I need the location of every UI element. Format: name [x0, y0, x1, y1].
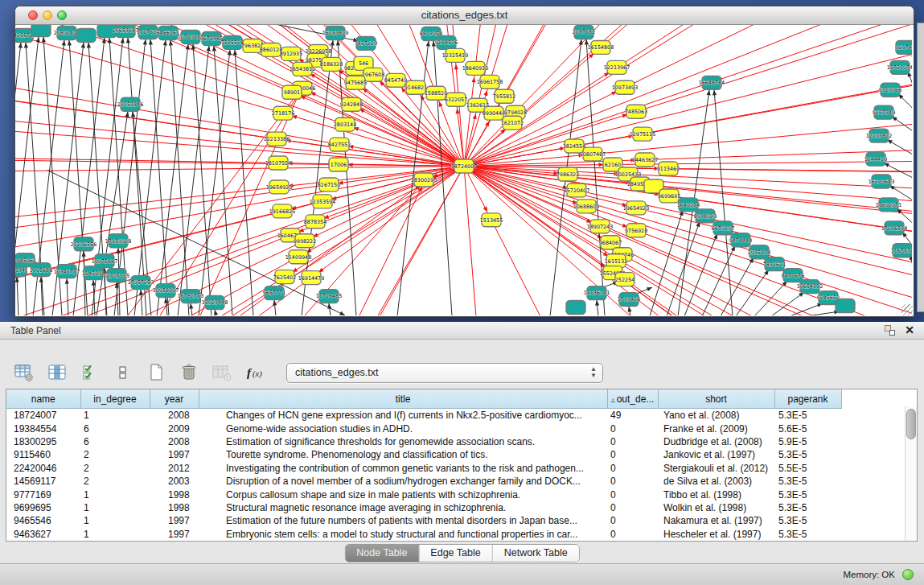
graph-node[interactable]: 9474444 [729, 233, 752, 247]
column-header-in-degree[interactable]: in_degree [80, 389, 150, 409]
graph-node[interactable]: 15692971 [876, 198, 901, 212]
graph-node[interactable] [31, 25, 51, 36]
graph-node[interactable]: 18107554 [265, 156, 291, 170]
graph-node[interactable]: 15720407 [564, 183, 589, 197]
graph-node[interactable]: 9657771 [263, 286, 285, 300]
graph-node[interactable]: 7857223 [355, 36, 377, 50]
graph-node[interactable]: 19166825 [269, 204, 295, 218]
graph-node[interactable]: 1244419 [864, 152, 887, 166]
graph-node[interactable]: 19654923 [623, 201, 649, 215]
graph-node[interactable]: 15751074 [887, 60, 912, 74]
graph-node[interactable]: 9218506 [435, 35, 458, 49]
graph-node[interactable]: 10654112 [797, 280, 823, 294]
window-resize-grip[interactable] [901, 304, 913, 315]
graph-node[interactable]: 9671385 [200, 31, 223, 45]
float-window-icon[interactable] [885, 325, 895, 336]
table-row[interactable]: 969969511998Structural magnetic resonanc… [6, 501, 906, 514]
graph-node[interactable]: 1733426 [618, 293, 640, 307]
graph-node[interactable]: 12342757 [54, 265, 80, 278]
vertical-scrollbar[interactable] [905, 406, 917, 541]
network-window[interactable]: citations_edges.txt 14055724208914061065… [14, 6, 914, 317]
close-panel-icon[interactable]: ✕ [905, 323, 914, 336]
graph-node[interactable]: 7955812 [493, 89, 515, 103]
table-row[interactable]: 1830029562008Estimation of significance … [6, 435, 906, 448]
graph-node[interactable]: 15718485 [316, 290, 342, 303]
table-row[interactable]: 946554611997Estimation of the future num… [6, 514, 906, 527]
graph-node[interactable] [836, 299, 855, 313]
graph-node[interactable]: 16782753 [178, 290, 203, 303]
graph-node[interactable]: 10975887 [92, 254, 117, 268]
graph-node[interactable]: 16210643 [869, 175, 894, 188]
column-header-out-de-[interactable]: ▵out_de... [607, 389, 658, 409]
table-row[interactable]: 2242004622012Investigating the contribut… [6, 462, 906, 475]
graph-node[interactable]: 9227349 [873, 105, 895, 119]
graph-node[interactable]: 8938923 [694, 209, 717, 223]
graph-node[interactable]: 18300295 [411, 173, 437, 187]
select-columns-icon[interactable] [77, 360, 103, 385]
graph-node[interactable]: 39134 [15, 263, 27, 277]
graph-node[interactable]: 12093822 [866, 129, 892, 142]
graph-node[interactable]: 10688609 [573, 200, 599, 213]
graph-node[interactable]: 7986322 [556, 167, 579, 181]
graph-node[interactable]: 11923448 [202, 296, 228, 310]
graph-node[interactable]: 11409948 [285, 250, 311, 264]
graph-node[interactable]: 16961758 [477, 75, 503, 89]
graph-node[interactable]: 9329966 [879, 83, 901, 97]
column-header-title[interactable]: title [199, 389, 607, 409]
graph-node[interactable]: 8427552 [328, 138, 351, 151]
graph-node[interactable]: 8878354 [304, 215, 326, 229]
graph-node[interactable] [76, 28, 96, 42]
table-options-icon[interactable] [11, 360, 37, 385]
graph-node[interactable]: 9998222 [294, 234, 316, 248]
network-graph[interactable]: 1405572420891406106532871527602646616110… [15, 25, 912, 315]
graph-node[interactable]: 15136141 [584, 286, 610, 300]
graph-node[interactable]: 7832621 [763, 257, 786, 271]
table-row[interactable]: 911546021997Tourette syndrome. Phenomeno… [6, 448, 906, 461]
graph-node[interactable]: 9242848 [340, 97, 363, 111]
column-header-short[interactable]: short [658, 389, 774, 409]
graph-node[interactable]: 12505125 [104, 269, 129, 282]
graph-node[interactable]: 121745 [896, 40, 912, 54]
graph-node[interactable]: 6322057 [445, 93, 467, 106]
graph-node[interactable]: 10807487 [580, 147, 606, 161]
graph-node[interactable]: 17957253 [128, 276, 154, 290]
column-header-pagerank[interactable]: pagerank [774, 389, 841, 409]
function-fx-icon[interactable]: f(x) [242, 360, 268, 385]
column-header-name[interactable]: name [6, 389, 80, 409]
graph-node[interactable]: 1640954 [677, 198, 700, 212]
graph-node[interactable]: 16648784 [699, 76, 725, 89]
table-row[interactable]: 1938455462009Genome-wide association stu… [6, 422, 906, 435]
graph-node[interactable]: 12975115 [630, 127, 655, 141]
graph-node[interactable]: 8912935 [280, 47, 302, 60]
graph-node[interactable]: 12353594 [310, 195, 335, 208]
graph-node[interactable]: 9115460 [657, 162, 680, 175]
column-header-year[interactable]: year [150, 389, 199, 409]
graph-node[interactable]: 8267150 [318, 178, 340, 192]
graph-node[interactable]: 10973493 [612, 80, 638, 94]
new-table-icon[interactable] [143, 360, 169, 385]
graph-node[interactable]: 8471676 [782, 269, 804, 282]
graph-node[interactable]: 2803144 [334, 117, 356, 131]
graph-node[interactable]: 17016534 [881, 221, 907, 235]
table-select-dropdown[interactable]: citations_edges.txt ▲▼ [286, 363, 603, 383]
scrollbar-thumb[interactable] [906, 409, 916, 439]
graph-node[interactable]: 19654925 [266, 180, 292, 194]
graph-node[interactable]: 6466161 [157, 26, 179, 39]
graph-node[interactable]: 1167534 [891, 244, 912, 257]
graph-node[interactable]: 17359928 [105, 234, 131, 248]
graph-node[interactable]: 9699695 [658, 189, 680, 203]
delete-trash-icon[interactable] [176, 360, 202, 385]
graph-node[interactable]: 16154808 [588, 40, 614, 54]
tab-node-table[interactable]: Node Table [345, 545, 419, 562]
graph-node[interactable]: 7625402 [273, 270, 296, 284]
graph-canvas[interactable]: 1405572420891406106532871527602646616110… [15, 25, 912, 315]
graph-node[interactable]: 16053809 [322, 26, 348, 39]
graph-node[interactable]: 18640910 [462, 61, 488, 75]
table-row[interactable]: 1456911722003Disruption of a novel membe… [6, 475, 906, 488]
graph-node[interactable]: 1513455 [480, 213, 503, 227]
graph-node[interactable]: 7485063 [625, 105, 647, 118]
graph-node[interactable]: 8186328 [320, 57, 343, 71]
graph-node[interactable]: 6679197 [712, 221, 734, 235]
graph-node[interactable]: 18907243 [587, 220, 613, 233]
graph-node[interactable]: 2087682 [573, 25, 595, 39]
